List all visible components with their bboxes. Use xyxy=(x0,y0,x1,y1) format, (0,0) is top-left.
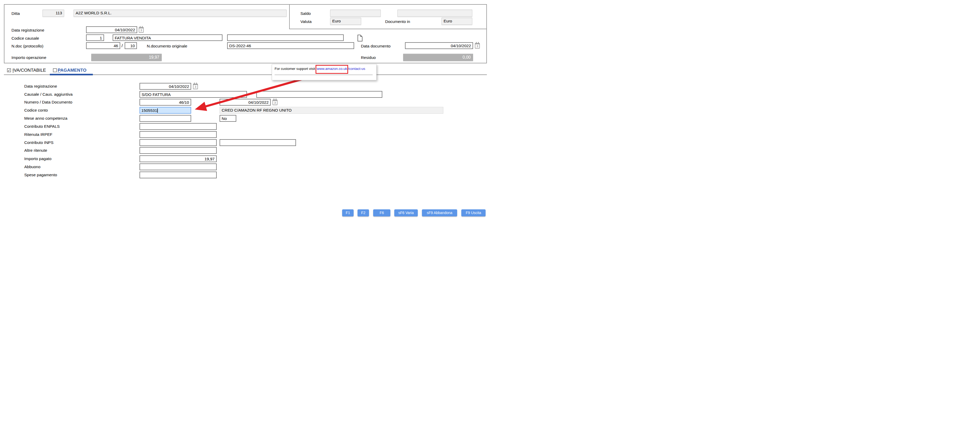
conto-descrizione-field: CRED C/AMAZON RF REGNO UNITO xyxy=(220,107,443,114)
contributo-enpals-field[interactable] xyxy=(140,123,217,130)
f1-button[interactable]: F1 xyxy=(342,209,353,216)
numero-documento-field[interactable]: 46/10 xyxy=(140,99,191,106)
codice-causale-extra-field[interactable] xyxy=(227,35,344,41)
calendar-icon[interactable]: 3 xyxy=(139,27,144,33)
ditta-label: Ditta xyxy=(11,11,20,16)
tooltip-divider xyxy=(275,75,373,75)
ditta-code-field: 113 xyxy=(43,10,64,17)
importo-pagato-label: Importo pagato xyxy=(24,156,51,161)
support-link-rest[interactable]: /contact-us xyxy=(348,67,365,71)
residuo-field: 0,00 xyxy=(403,54,473,61)
causale-label: Causale / Caus. aggiuntiva xyxy=(24,92,73,97)
importo-operazione-label: Importo operazione xyxy=(11,55,46,60)
abbuono-label: Abbuono xyxy=(24,165,40,169)
calendar-icon[interactable]: 3 xyxy=(272,100,277,105)
importo-pagato-field[interactable]: 19,97 xyxy=(140,156,217,162)
form-data-registrazione-field[interactable]: 04/10/2022 xyxy=(140,83,191,90)
pagamento-checkbox[interactable] xyxy=(53,68,57,72)
mese-anno-flag-field[interactable]: No xyxy=(220,115,236,122)
ritenuta-irpef-field[interactable] xyxy=(140,131,217,138)
codice-conto-label: Codice conto xyxy=(24,108,48,113)
header-divider-vertical xyxy=(289,4,290,29)
tab-iva-contabile[interactable]: IVA/CONTABILE xyxy=(13,68,46,73)
contributo-enpals-label: Contributo ENPALS xyxy=(24,124,60,129)
spese-pagamento-field[interactable] xyxy=(140,171,217,178)
sf6-varia-button[interactable]: sF6 Varia xyxy=(394,209,418,216)
active-tab-underline xyxy=(50,74,93,75)
ndoc-originale-label: N.documento originale xyxy=(147,44,187,49)
checkmark-icon: ✓ xyxy=(8,68,11,73)
contributo-inps-field[interactable] xyxy=(140,139,217,146)
documento-in-field: Euro xyxy=(442,18,472,25)
header-divider-horizontal xyxy=(289,29,487,29)
sf9-abbandona-button[interactable]: sF9 Abbandona xyxy=(422,209,457,216)
form-data-registrazione-label: Data registrazione xyxy=(24,84,57,89)
importo-operazione-field: 19,97 xyxy=(91,54,162,61)
calendar-icon[interactable]: 3 xyxy=(193,84,198,89)
ndoc-separator: / xyxy=(121,43,123,49)
saldo-field-1 xyxy=(330,10,381,17)
saldo-field-2 xyxy=(398,10,472,17)
codice-conto-field[interactable]: 1505531 xyxy=(140,107,191,114)
ndoc-originale-field[interactable]: DS-2022-46 xyxy=(227,42,354,49)
ditta-name-field: A2Z WORLD S.R.L. xyxy=(73,10,286,17)
f2-button[interactable]: F2 xyxy=(358,209,369,216)
numero-data-documento-label: Numero / Data Documento xyxy=(24,100,72,105)
contributo-inps-extra-field[interactable] xyxy=(220,139,296,146)
causale-field[interactable]: S/DO FATTURA xyxy=(140,91,247,98)
saldo-label: Saldo xyxy=(301,11,311,16)
data-registrazione-label: Data registrazione xyxy=(11,28,45,33)
data-documento-form-field[interactable]: 04/10/2022 xyxy=(220,99,271,106)
ritenuta-irpef-label: Ritenuta IRPEF xyxy=(24,132,52,137)
document-icon[interactable] xyxy=(358,35,363,41)
codice-causale-desc-field[interactable]: FATTURA VENDITA xyxy=(113,35,223,41)
contributo-inps-label: Contributo INPS xyxy=(24,140,54,145)
codice-causale-label: Codice causale xyxy=(11,36,39,41)
tab-pagamento[interactable]: PAGAMENTO xyxy=(57,68,87,73)
annotation-red-box: www.amazon.co.uk xyxy=(315,65,348,74)
spese-pagamento-label: Spese pagamento xyxy=(24,173,57,177)
iva-contabile-checkbox[interactable]: ✓ xyxy=(7,68,11,72)
calendar-icon[interactable]: 3 xyxy=(475,43,480,49)
data-registrazione-field[interactable]: 04/10/2022 xyxy=(86,26,137,33)
residuo-label: Residuo xyxy=(361,55,376,60)
amazon-support-tooltip: For customer support visit www.amazon.co… xyxy=(272,64,377,80)
abbuono-field[interactable] xyxy=(140,163,217,170)
data-documento-label: Data documento xyxy=(361,44,391,49)
f6-button[interactable]: F6 xyxy=(373,209,390,216)
text-cursor xyxy=(157,108,158,113)
valuta-label: Valuta xyxy=(301,19,312,24)
app-window: { "header": { "ditta": { "label": "Ditta… xyxy=(0,0,490,219)
causale-aggiuntiva-field[interactable] xyxy=(256,91,382,98)
support-link[interactable]: www.amazon.co.uk xyxy=(317,67,347,71)
ndoc-label: N.doc (protocollo) xyxy=(11,44,43,49)
documento-in-label: Documento in xyxy=(385,19,410,24)
ndoc-number-field[interactable]: 46 xyxy=(86,42,120,49)
data-documento-field[interactable]: 04/10/2022 xyxy=(405,42,473,49)
codice-causale-code-field[interactable]: 1 xyxy=(86,35,104,41)
valuta-field: Euro xyxy=(330,18,361,25)
altre-ritenute-label: Altre ritenute xyxy=(24,148,47,153)
ndoc-suffix-field[interactable]: 10 xyxy=(125,42,137,49)
mese-anno-competenza-field[interactable] xyxy=(140,115,191,122)
mese-anno-competenza-label: Mese anno competenza xyxy=(24,116,67,121)
tooltip-text: For customer support visit www.amazon.co… xyxy=(275,67,365,71)
f9-uscita-button[interactable]: F9 Uscita xyxy=(461,209,485,216)
altre-ritenute-field[interactable] xyxy=(140,147,217,154)
